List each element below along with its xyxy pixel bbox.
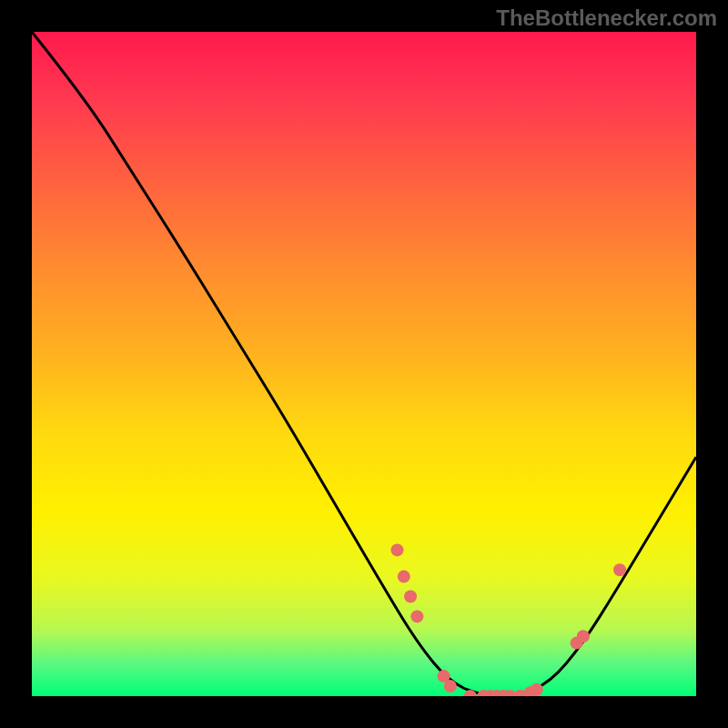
attribution-text: TheBottlenecker.com	[496, 5, 717, 31]
data-marker	[391, 543, 404, 556]
data-marker	[410, 610, 423, 622]
data-marker	[464, 690, 477, 696]
curve-line	[32, 32, 696, 696]
marker-dots	[391, 543, 627, 696]
bottleneck-curve	[32, 32, 696, 696]
data-marker	[577, 630, 590, 642]
chart-overlay	[32, 32, 696, 696]
data-marker	[398, 571, 410, 583]
data-marker	[613, 563, 626, 576]
data-marker	[531, 683, 543, 696]
data-marker	[404, 591, 417, 603]
data-marker	[444, 680, 457, 693]
chart-container	[32, 32, 696, 696]
